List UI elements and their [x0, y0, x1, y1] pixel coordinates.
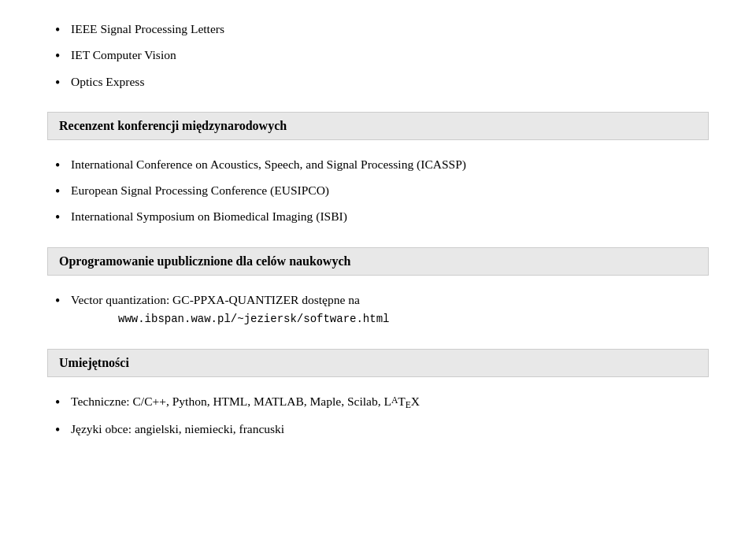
- list-item: IET Computer Vision: [47, 42, 709, 68]
- list-item: Języki obce: angielski, niemiecki, franc…: [47, 416, 709, 442]
- list-item: Techniczne: C/C++, Python, HTML, MATLAB,…: [47, 388, 709, 416]
- list-item: International Conference on Acoustics, S…: [47, 151, 709, 177]
- journal-list: IEEE Signal Processing Letters IET Compu…: [47, 16, 709, 94]
- conference-item-3: International Symposium on Biomedical Im…: [71, 209, 347, 223]
- skills-list: Techniczne: C/C++, Python, HTML, MATLAB,…: [47, 388, 709, 443]
- list-item: European Signal Processing Conference (E…: [47, 177, 709, 203]
- list-item: Vector quantization: GC-PPXA-QUANTIZER d…: [47, 287, 709, 332]
- list-item: Optics Express: [47, 69, 709, 94]
- software-item-text: Vector quantization: GC-PPXA-QUANTIZER d…: [71, 293, 360, 306]
- journal-item-3: Optics Express: [71, 75, 144, 88]
- skills-technical: Techniczne: C/C++, Python, HTML, MATLAB,…: [71, 395, 420, 408]
- conference-list: International Conference on Acoustics, S…: [47, 151, 709, 230]
- section-conference-header: Recenzent konferencji międzynarodowych: [47, 112, 709, 140]
- list-item: IEEE Signal Processing Letters: [47, 16, 709, 42]
- section-skills-header: Umiejętności: [47, 349, 709, 377]
- journal-item-2: IET Computer Vision: [71, 48, 176, 61]
- conference-item-1: International Conference on Acoustics, S…: [71, 157, 466, 171]
- section-software-header: Oprogramowanie upublicznione dla celów n…: [47, 247, 709, 276]
- list-item: International Symposium on Biomedical Im…: [47, 203, 709, 229]
- skills-languages: Języki obce: angielski, niemiecki, franc…: [71, 422, 284, 435]
- journal-item-1: IEEE Signal Processing Letters: [71, 22, 224, 35]
- software-url: www.ibspan.waw.pl/~jeziersk/software.htm…: [94, 313, 389, 325]
- tilde-symbol: ~: [237, 313, 243, 325]
- software-list: Vector quantization: GC-PPXA-QUANTIZER d…: [47, 287, 709, 332]
- conference-item-2: European Signal Processing Conference (E…: [71, 183, 329, 197]
